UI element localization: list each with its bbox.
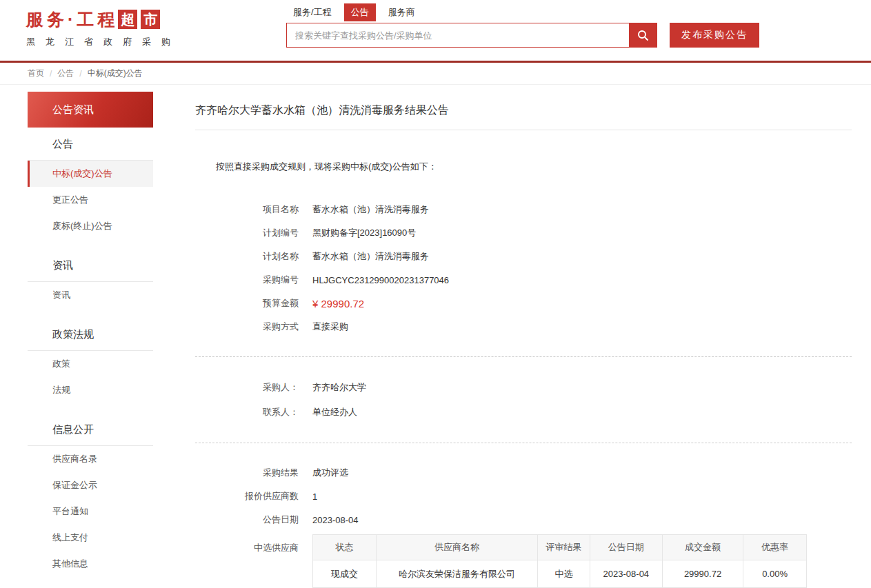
tab-suppliers[interactable]: 服务商 — [381, 3, 422, 21]
site-header: 服 务 · 工 程 超 市 黑龙江省政府采购 服务/工程 公告 服务商 — [0, 0, 871, 61]
field-value: 1 — [312, 491, 317, 502]
field-value: 齐齐哈尔大学 — [312, 381, 366, 394]
sidebar-item-online-payment[interactable]: 线上支付 — [28, 525, 153, 551]
field-row-project-name: 项目名称 蓄水水箱（池）清洗消毒服务 — [195, 198, 852, 221]
field-label: 采购方式 — [195, 321, 299, 333]
breadcrumb-announcements[interactable]: 公告 — [57, 68, 74, 79]
field-label: 采购人： — [195, 381, 299, 394]
cell-status: 现成交 — [313, 560, 377, 588]
field-row-plan-number: 计划编号 黑财购备字[2023]16090号 — [195, 221, 852, 245]
search-icon — [637, 30, 649, 41]
column-header-status: 状态 — [313, 535, 377, 560]
field-value: 黑财购备字[2023]16090号 — [312, 227, 416, 239]
column-header-review-result: 评审结果 — [538, 535, 590, 560]
selected-supplier-label: 中选供应商 — [195, 534, 299, 588]
field-value: 蓄水水箱（池）清洗消毒服务 — [312, 203, 429, 216]
sidebar-item-deposit-publicity[interactable]: 保证金公示 — [28, 472, 153, 498]
cell-review-result: 中选 — [538, 560, 590, 588]
sidebar-section-title: 资讯 — [28, 249, 153, 282]
selected-supplier-section: 中选供应商 状态 供应商名称 评审结果 公告日期 成交金额 — [195, 534, 852, 588]
breadcrumb-current: 中标(成交)公告 — [88, 68, 143, 79]
result-row-quote-supplier-count: 报价供应商数 1 — [195, 485, 852, 508]
sidebar-section-policies: 政策法规 政策 法规 — [28, 318, 153, 403]
column-header-announcement-date: 公告日期 — [590, 535, 662, 560]
field-value: 2023-08-04 — [312, 515, 359, 525]
logo-char: 务 — [47, 9, 64, 30]
field-value: 单位经办人 — [312, 406, 357, 418]
logo-dot: · — [68, 9, 73, 30]
page-layout: 公告资讯 公告 中标(成交)公告 更正公告 废标(终止)公告 资讯 资讯 政策法… — [0, 85, 871, 588]
breadcrumb-separator: / — [50, 69, 52, 79]
publish-announcement-button[interactable]: 发布采购公告 — [670, 23, 759, 48]
sidebar-item-award-announcements[interactable]: 中标(成交)公告 — [28, 161, 153, 187]
logo-boxed-char: 市 — [141, 10, 160, 29]
sidebar-item-regulation[interactable]: 法规 — [28, 377, 153, 403]
main-content: 齐齐哈尔大学蓄水水箱（池）清洗消毒服务结果公告 按照直接采购成交规则，现将采购中… — [195, 92, 852, 588]
sidebar-section-announcements: 公告 中标(成交)公告 更正公告 废标(终止)公告 — [28, 128, 153, 239]
cell-supplier-name: 哈尔滨友荣保洁服务有限公司 — [376, 560, 538, 588]
sidebar-section-title: 公告 — [28, 128, 153, 161]
breadcrumb-home[interactable]: 首页 — [28, 68, 44, 79]
sidebar-header: 公告资讯 — [28, 92, 153, 128]
sidebar-section-title: 信息公开 — [28, 413, 153, 446]
breadcrumb: 首页 / 公告 / 中标(成交)公告 — [0, 63, 871, 85]
column-header-discount-rate: 优惠率 — [743, 535, 807, 560]
column-header-supplier-name: 供应商名称 — [376, 535, 538, 560]
logo-subtitle: 黑龙江省政府采购 — [26, 36, 181, 48]
sidebar-item-platform-notice[interactable]: 平台通知 — [28, 498, 153, 525]
field-value: 直接采购 — [312, 321, 348, 333]
sidebar-item-cancelled-announcements[interactable]: 废标(终止)公告 — [28, 213, 153, 239]
sidebar: 公告资讯 公告 中标(成交)公告 更正公告 废标(终止)公告 资讯 资讯 政策法… — [28, 92, 153, 588]
field-row-plan-name: 计划名称 蓄水水箱（池）清洗消毒服务 — [195, 245, 852, 268]
field-label: 计划名称 — [195, 250, 299, 263]
supplier-table: 状态 供应商名称 评审结果 公告日期 成交金额 优惠率 现成交 哈尔滨友荣保洁服… — [312, 534, 807, 588]
site-logo[interactable]: 服 务 · 工 程 超 市 黑龙江省政府采购 — [26, 9, 181, 48]
field-label: 采购结果 — [195, 467, 299, 479]
tab-services-projects[interactable]: 服务/工程 — [286, 3, 339, 21]
field-label: 计划编号 — [195, 227, 299, 239]
column-header-deal-amount: 成交金额 — [662, 535, 743, 560]
sidebar-item-other-info[interactable]: 其他信息 — [28, 551, 153, 577]
logo-boxed-char: 超 — [118, 10, 137, 29]
logo-char: 服 — [26, 9, 43, 30]
tab-announcements[interactable]: 公告 — [344, 3, 376, 21]
logo-title: 服 务 · 工 程 超 市 — [26, 9, 181, 30]
top-tabs: 服务/工程 公告 服务商 — [286, 3, 759, 21]
search-input[interactable] — [287, 23, 629, 47]
budget-amount-value: ¥ 29990.72 — [312, 298, 364, 310]
sidebar-section-title: 政策法规 — [28, 318, 153, 351]
title-divider — [195, 130, 852, 130]
sidebar-section-disclosure: 信息公开 供应商名录 保证金公示 平台通知 线上支付 其他信息 — [28, 413, 153, 577]
sidebar-item-supplier-directory[interactable]: 供应商名录 — [28, 446, 153, 472]
field-row-procurement-number: 采购编号 HLJGCYC2312990020231377046 — [195, 268, 852, 292]
field-label: 项目名称 — [195, 203, 299, 216]
search-button[interactable] — [629, 23, 657, 47]
logo-char: 工 — [77, 9, 94, 30]
intro-text: 按照直接采购成交规则，现将采购中标(成交)公告如下： — [195, 161, 852, 173]
sidebar-item-policy[interactable]: 政策 — [28, 351, 153, 377]
section-divider — [195, 443, 852, 443]
field-label: 报价供应商数 — [195, 490, 299, 503]
field-value: 蓄水水箱（池）清洗消毒服务 — [312, 250, 429, 263]
cell-discount-rate: 0.00% — [743, 560, 807, 588]
field-label: 联系人： — [195, 406, 299, 418]
cell-announcement-date: 2023-08-04 — [590, 560, 662, 588]
sidebar-item-news[interactable]: 资讯 — [28, 282, 153, 308]
cell-deal-amount: 29990.72 — [662, 560, 743, 588]
result-row-announcement-date: 公告日期 2023-08-04 — [195, 508, 852, 531]
table-row: 现成交 哈尔滨友荣保洁服务有限公司 中选 2023-08-04 29990.72… — [313, 560, 807, 588]
field-value: HLJGCYC2312990020231377046 — [312, 275, 449, 285]
section-divider — [195, 356, 852, 357]
header-center: 服务/工程 公告 服务商 发布采购公告 — [286, 3, 759, 48]
search-row: 发布采购公告 — [286, 23, 759, 48]
field-label: 采购编号 — [195, 274, 299, 286]
sidebar-item-correction-announcements[interactable]: 更正公告 — [28, 187, 153, 213]
sidebar-section-news: 资讯 资讯 — [28, 249, 153, 308]
supplier-table-header-row: 状态 供应商名称 评审结果 公告日期 成交金额 优惠率 — [313, 535, 807, 560]
logo-char: 程 — [97, 9, 114, 30]
page-title: 齐齐哈尔大学蓄水水箱（池）清洗消毒服务结果公告 — [195, 103, 852, 118]
field-value: 成功评选 — [312, 467, 348, 479]
supplier-table-wrap: 状态 供应商名称 评审结果 公告日期 成交金额 优惠率 现成交 哈尔滨友荣保洁服… — [312, 534, 807, 588]
field-row-budget-amount: 预算金额 ¥ 29990.72 — [195, 292, 852, 315]
contact-row-contact-person: 联系人： 单位经办人 — [195, 400, 852, 425]
